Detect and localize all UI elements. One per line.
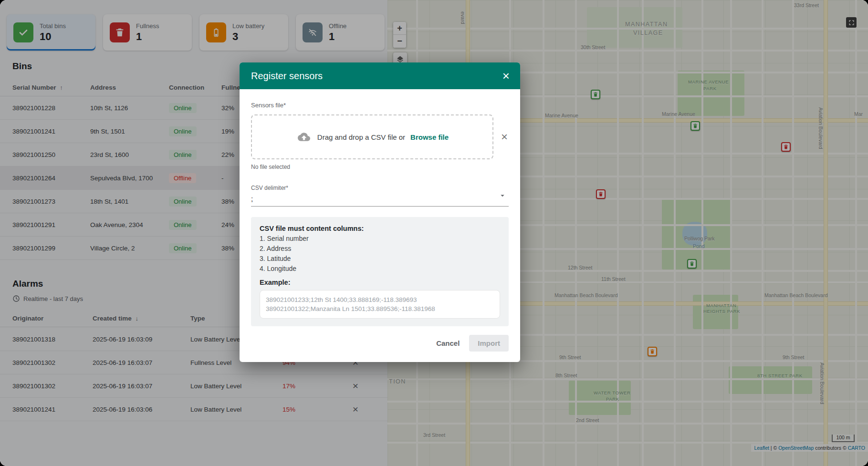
dialog-body: Sensors file* Drag and drop a CSV file o… bbox=[240, 102, 520, 326]
example-line: 389021001322;Manzanita Ln 1501;33.889536… bbox=[266, 304, 494, 313]
no-file-selected-text: No file selected bbox=[251, 164, 509, 170]
register-sensors-dialog: Register sensors × Sensors file* Drag an… bbox=[240, 62, 520, 362]
cloud-upload-icon bbox=[296, 131, 312, 143]
csv-info-title: CSV file must content columns: bbox=[260, 225, 500, 232]
csv-info-item: 1. Serial number bbox=[260, 235, 500, 242]
dialog-title: Register sensors bbox=[251, 71, 501, 82]
dialog-header: Register sensors × bbox=[240, 62, 520, 89]
csv-info-item: 3. Latitude bbox=[260, 255, 500, 262]
csv-delimiter-select[interactable]: CSV delimiter* ; bbox=[251, 183, 509, 207]
csv-dropzone[interactable]: Drag and drop a CSV file or Browse file bbox=[251, 114, 493, 159]
csv-info-panel: CSV file must content columns: 1. Serial… bbox=[251, 217, 509, 326]
cancel-button[interactable]: Cancel bbox=[431, 335, 464, 351]
browse-file-link[interactable]: Browse file bbox=[410, 133, 449, 141]
csv-info-item: 4. Longitude bbox=[260, 265, 500, 272]
sensors-file-label: Sensors file* bbox=[251, 102, 509, 109]
example-line: 389021001233;12th St 1400;33.888169;-118… bbox=[266, 295, 494, 304]
dropzone-text: Drag and drop a CSV file or bbox=[317, 133, 405, 141]
file-upload-row: Drag and drop a CSV file or Browse file … bbox=[251, 114, 509, 159]
csv-delimiter-value: ; bbox=[251, 195, 509, 203]
app-root: Total bins 10 Fullness 1 Low battery bbox=[0, 0, 868, 466]
chevron-down-icon bbox=[498, 191, 507, 200]
csv-delimiter-label: CSV delimiter* bbox=[251, 183, 509, 191]
dialog-footer: Cancel Import bbox=[240, 326, 520, 362]
import-button[interactable]: Import bbox=[469, 335, 509, 352]
clear-file-button[interactable]: × bbox=[500, 131, 509, 143]
example-box: 389021001233;12th St 1400;33.888169;-118… bbox=[260, 290, 500, 319]
csv-info-item: 2. Address bbox=[260, 245, 500, 252]
close-dialog-button[interactable]: × bbox=[501, 70, 512, 82]
example-label: Example: bbox=[260, 279, 500, 286]
